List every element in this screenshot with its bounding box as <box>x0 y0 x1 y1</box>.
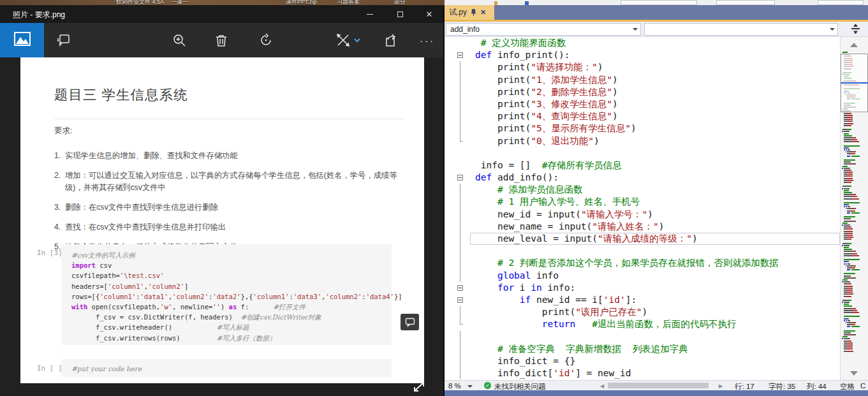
code-line[interactable]: print("0、退出功能") <box>445 135 840 147</box>
code-line[interactable]: # 准备空字典 字典新增数据 列表追加字典 <box>445 343 840 355</box>
tab-label: 试.py <box>449 7 467 18</box>
toolbar-combobox[interactable] <box>716 0 775 5</box>
toolbar-combobox[interactable] <box>621 0 697 5</box>
toolbar-searchbox[interactable] <box>818 0 864 5</box>
editor-status-row: 8 % ✓ 未找到相关问题 ◀ ▶ 行: 17 字符: 35 列: 44 空格 … <box>445 380 868 390</box>
code-text: return #退出当前函数，后面的代码不执行 <box>470 318 840 330</box>
horizontal-scrollbar[interactable]: ◀ ▶ <box>600 383 728 389</box>
code-line[interactable]: def info_print(): <box>445 49 840 61</box>
minimize-button[interactable] <box>355 5 385 23</box>
gutter <box>445 61 470 73</box>
scope-dropdown[interactable]: add_info <box>446 23 641 36</box>
gutter <box>445 318 470 330</box>
code-line[interactable]: info_dict['id'] = new_id <box>445 367 840 379</box>
vs-toolbar-strip <box>445 0 868 5</box>
photos-app-tile[interactable] <box>0 23 44 57</box>
pin-icon[interactable] <box>471 7 476 18</box>
tab-file[interactable]: 试.py ✕ <box>445 5 494 20</box>
desktop-file-label: 课件PPT.zip <box>286 0 317 5</box>
code-line[interactable]: return #退出当前函数，后面的代码不执行 <box>445 318 840 330</box>
code-line[interactable]: info = [] #存储所有学员信息 <box>445 159 840 172</box>
gutter <box>445 184 470 196</box>
code-text <box>470 147 840 159</box>
code-line[interactable]: print("2、删除学生信息") <box>445 86 840 98</box>
code-line[interactable]: # 2 判断是否添加这个学员，如果学员存在就报错，否则就添加数据 <box>445 257 840 269</box>
photos-window-title: 照片 - 要求.png <box>13 10 65 20</box>
chevron-down-icon <box>467 385 473 388</box>
feedback-icon[interactable] <box>50 23 78 57</box>
chevron-down-icon[interactable] <box>351 23 364 57</box>
gutter <box>445 331 470 343</box>
code-text: print("4、查询学生信息") <box>470 110 840 122</box>
zoom-level[interactable]: 8 % <box>448 382 461 390</box>
code-line[interactable]: def add_info(): <box>445 172 840 184</box>
vs-navigation-bar: add_info <box>445 22 868 37</box>
code-text <box>470 245 840 257</box>
code-line[interactable]: print("1、添加学生信息") <box>445 74 840 86</box>
gutter <box>445 122 470 135</box>
gutter <box>445 306 470 318</box>
scroll-up-icon[interactable] <box>850 43 858 47</box>
code-line[interactable] <box>445 245 840 257</box>
code-line[interactable]: global info <box>445 270 840 282</box>
scrollbar-thumb[interactable] <box>608 383 709 388</box>
code-line[interactable]: for i in info: <box>445 282 840 294</box>
code-line[interactable]: print("该用户已存在") <box>445 306 840 318</box>
jupyter-code-line: csvfilepath='\test.csv' <box>71 270 392 281</box>
more-icon[interactable]: ··· <box>413 23 441 57</box>
resize-diagonal-icon[interactable] <box>411 380 427 396</box>
close-button[interactable]: ✕ <box>415 5 444 23</box>
gutter <box>445 98 470 110</box>
code-line[interactable]: print("3、修改学生信息") <box>445 98 840 110</box>
photos-logo-icon <box>14 32 31 48</box>
gutter <box>445 209 470 221</box>
close-icon[interactable]: ✕ <box>480 8 486 17</box>
chevron-down-icon <box>830 28 835 31</box>
member-dropdown[interactable] <box>644 23 838 36</box>
code-line[interactable] <box>445 331 840 343</box>
code-line[interactable]: # 1 用户输入学号、姓名、手机号 <box>445 196 840 208</box>
code-text: # 2 判断是否添加这个学员，如果学员存在就报错，否则就添加数据 <box>470 257 840 269</box>
code-line[interactable]: print("4、查询学生信息") <box>445 110 840 122</box>
code-text: info = [] #存储所有学员信息 <box>470 159 840 172</box>
code-line[interactable]: new_leval = input("请输入成绩的等级：") <box>445 233 840 245</box>
jupyter-code-line: headers=['column1','column2'] <box>71 281 392 291</box>
code-line[interactable]: print("5、显示所有学生信息") <box>445 122 840 135</box>
comment-bubble-button[interactable] <box>401 314 419 330</box>
rotate-icon[interactable] <box>252 23 280 57</box>
maximize-button[interactable] <box>385 5 415 23</box>
code-line[interactable] <box>445 147 840 159</box>
code-text: new_id = input("请输入学号：") <box>470 209 840 221</box>
code-editor[interactable]: # 定义功能界面函数def info_print(): print("请选择功能… <box>445 37 840 380</box>
scroll-left-icon[interactable]: ◀ <box>600 383 604 389</box>
gutter <box>445 355 470 367</box>
editor-split-handle[interactable] <box>851 24 860 37</box>
code-line[interactable]: new_name = input("请输入姓名：") <box>445 221 840 233</box>
code-text: # 1 用户输入学号、姓名、手机号 <box>470 196 840 208</box>
scroll-down-icon[interactable] <box>850 371 858 376</box>
code-text: new_name = input("请输入姓名：") <box>470 221 840 233</box>
gutter <box>445 172 470 184</box>
collapse-icon[interactable] <box>457 285 463 291</box>
code-text: # 添加学员信息函数 <box>470 184 840 196</box>
code-line[interactable]: new_id = input("请输入学号：") <box>445 209 840 221</box>
code-line[interactable]: # 添加学员信息函数 <box>445 184 840 196</box>
share-icon[interactable] <box>377 23 405 57</box>
minimap-scrollbar[interactable] <box>840 37 868 380</box>
code-text: if new_id == i['id']: <box>470 294 840 306</box>
delete-icon[interactable] <box>207 23 235 57</box>
scroll-right-icon[interactable]: ▶ <box>719 383 723 389</box>
code-line[interactable]: print("请选择功能：") <box>445 61 840 73</box>
code-line[interactable]: info_dict = {} <box>445 355 840 367</box>
gutter <box>445 86 470 98</box>
collapse-icon[interactable] <box>457 175 463 180</box>
jupyter-code-cell: #put your code here <box>61 359 392 377</box>
collapse-icon[interactable] <box>457 52 463 58</box>
code-line[interactable]: if new_id == i['id']: <box>445 294 840 306</box>
gutter <box>445 135 470 147</box>
code-text: # 定义功能界面函数 <box>470 37 840 49</box>
code-line[interactable]: # 定义功能界面函数 <box>445 37 840 49</box>
collapse-icon[interactable] <box>457 297 463 303</box>
photos-window: 照片 - 要求.png ✕ ··· <box>0 5 445 396</box>
zoom-icon[interactable] <box>165 23 193 57</box>
